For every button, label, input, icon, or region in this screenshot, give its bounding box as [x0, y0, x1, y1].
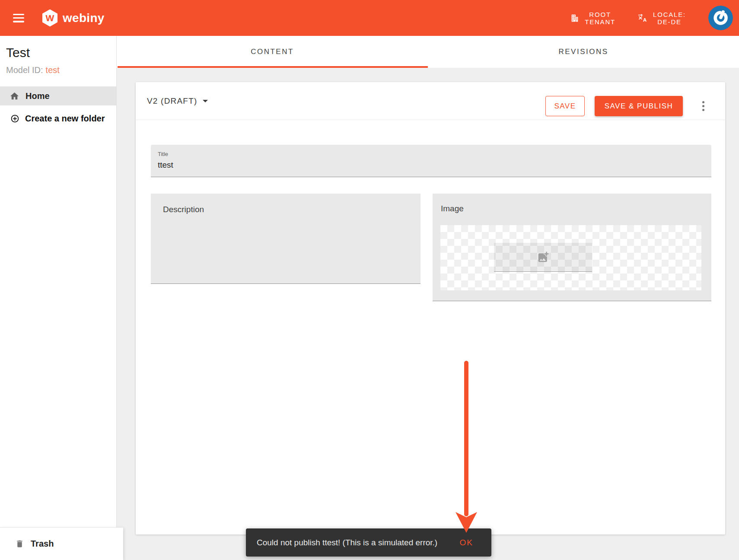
create-folder-button[interactable]: Create a new folder [0, 109, 116, 128]
image-dropzone[interactable] [494, 243, 592, 272]
sidebar: Test Model ID:test Home Create a new fol… [0, 36, 117, 560]
translate-icon: A [638, 13, 648, 22]
brand-wordmark: webiny [63, 11, 105, 25]
locale-label-line1: LOCALE: [653, 11, 686, 18]
model-id-value[interactable]: test [46, 65, 60, 75]
image-field: Image [433, 194, 711, 301]
snackbar-message: Could not publish ttest! (This is a simu… [257, 538, 437, 547]
home-icon [10, 91, 19, 101]
sidebar-item-home-label: Home [25, 91, 50, 101]
tenant-label-line2: TENANT [585, 18, 615, 25]
create-folder-label: Create a new folder [25, 114, 105, 124]
tab-bar: CONTENT REVISIONS [117, 36, 739, 68]
trash-icon [15, 539, 24, 549]
plus-circle-icon [10, 114, 19, 123]
webiny-logo[interactable]: W [42, 10, 57, 27]
top-app-bar: W webiny ROOT TENANT [0, 0, 739, 36]
title-input[interactable] [158, 157, 704, 170]
version-label: V2 (DRAFT) [147, 96, 197, 106]
sidebar-item-home[interactable]: Home [0, 86, 116, 105]
more-options-button[interactable] [696, 96, 710, 116]
image-transparency-grid [440, 225, 701, 290]
save-button[interactable]: SAVE [545, 96, 585, 116]
snackbar-ok-button[interactable]: OK [460, 538, 473, 547]
snackbar: Could not publish ttest! (This is a simu… [246, 528, 491, 557]
building-icon [570, 13, 580, 23]
svg-text:A: A [643, 17, 647, 22]
entry-editor-card: V2 (DRAFT) SAVE SAVE & PUBLISH Title Des… [136, 82, 725, 535]
chevron-down-icon [203, 100, 208, 102]
trash-label: Trash [31, 539, 54, 549]
tenant-label-line1: ROOT [585, 11, 615, 18]
content-area: V2 (DRAFT) SAVE SAVE & PUBLISH Title Des… [117, 68, 739, 560]
title-field-label: Title [158, 151, 704, 157]
trash-button[interactable]: Trash [0, 527, 123, 560]
locale-selector[interactable]: A LOCALE: DE-DE [638, 11, 686, 25]
model-id-label: Model ID: [6, 65, 43, 75]
description-field[interactable]: Description [151, 194, 420, 284]
version-selector[interactable]: V2 (DRAFT) [147, 82, 208, 120]
tenant-selector[interactable]: ROOT TENANT [570, 11, 615, 25]
model-title: Test [6, 45, 30, 60]
description-field-label: Description [163, 205, 408, 214]
tab-content[interactable]: CONTENT [117, 36, 428, 68]
save-publish-button[interactable]: SAVE & PUBLISH [595, 96, 683, 116]
logo-letter: W [46, 13, 54, 23]
image-field-label: Image [441, 204, 464, 213]
editor-header: V2 (DRAFT) SAVE SAVE & PUBLISH [136, 82, 725, 120]
add-image-icon [537, 251, 550, 264]
title-field[interactable]: Title [151, 145, 711, 177]
hamburger-menu-icon[interactable] [13, 14, 24, 22]
tab-revisions[interactable]: REVISIONS [428, 36, 739, 68]
model-id: Model ID:test [6, 65, 60, 75]
user-avatar[interactable] [708, 6, 733, 30]
locale-label-line2: DE-DE [653, 18, 686, 25]
app-window: W webiny ROOT TENANT [0, 0, 739, 560]
